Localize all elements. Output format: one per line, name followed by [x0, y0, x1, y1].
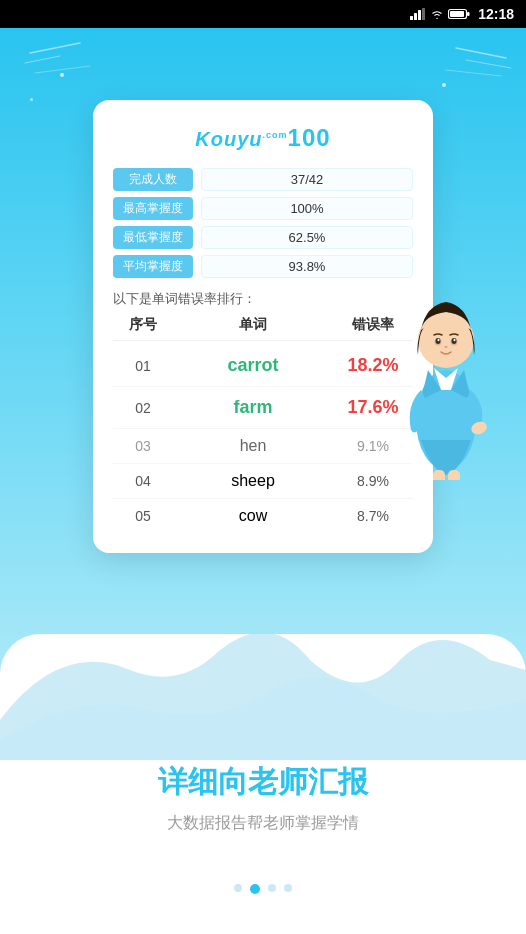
status-bar: 12:18: [0, 0, 526, 28]
stat-label-0: 完成人数: [113, 168, 193, 191]
svg-rect-23: [448, 470, 460, 480]
logo-area: Kouyu.com100: [113, 124, 413, 152]
stat-row-1: 最高掌握度 100%: [113, 197, 413, 220]
td-num-2: 03: [113, 438, 173, 454]
svg-rect-6: [467, 12, 470, 16]
svg-line-10: [456, 48, 506, 58]
stat-label-3: 平均掌握度: [113, 255, 193, 278]
brand-logo: Kouyu.com100: [195, 126, 330, 151]
stat-value-2: 62.5%: [201, 226, 413, 249]
th-number: 序号: [113, 316, 173, 334]
table-row-2: 03 hen 9.1%: [113, 429, 413, 464]
stat-row-0: 完成人数 37/42: [113, 168, 413, 191]
td-num-1: 02: [113, 400, 173, 416]
signal-icon: [410, 8, 426, 20]
dot-2[interactable]: [268, 884, 276, 892]
td-word-4: cow: [173, 507, 333, 525]
mountain-decoration: [0, 560, 526, 764]
dot-3[interactable]: [284, 884, 292, 892]
svg-point-19: [438, 339, 440, 341]
teacher-svg: [386, 260, 506, 480]
svg-rect-1: [414, 13, 417, 20]
stat-value-3: 93.8%: [201, 255, 413, 278]
table-row-0: 01 carrot 18.2%: [113, 345, 413, 387]
wifi-icon: [430, 8, 444, 20]
error-rank-title: 以下是单词错误率排行：: [113, 290, 413, 308]
deco-lines-right: [436, 38, 516, 98]
main-title: 详细向老师汇报: [0, 762, 526, 803]
brand-hundred: 100: [288, 124, 331, 151]
td-rate-4: 8.7%: [333, 508, 413, 524]
td-word-2: hen: [173, 437, 333, 455]
table-row-1: 02 farm 17.6%: [113, 387, 413, 429]
stat-row-3: 平均掌握度 93.8%: [113, 255, 413, 278]
svg-point-20: [454, 339, 456, 341]
table-row-3: 04 sheep 8.9%: [113, 464, 413, 499]
td-word-1: farm: [173, 397, 333, 418]
bottom-text-content: 详细向老师汇报 大数据报告帮老师掌握学情: [0, 762, 526, 854]
status-icons: 12:18: [410, 6, 514, 22]
td-word-3: sheep: [173, 472, 333, 490]
stat-label-1: 最高掌握度: [113, 197, 193, 220]
td-num-4: 05: [113, 508, 173, 524]
star-dot-2: [30, 98, 33, 101]
svg-rect-22: [433, 470, 445, 480]
stat-value-0: 37/42: [201, 168, 413, 191]
stat-label-2: 最低掌握度: [113, 226, 193, 249]
svg-point-14: [418, 312, 474, 368]
svg-line-8: [25, 56, 60, 63]
th-word: 单词: [173, 316, 333, 334]
stat-row-2: 最低掌握度 62.5%: [113, 226, 413, 249]
stat-value-1: 100%: [201, 197, 413, 220]
svg-rect-0: [410, 16, 413, 20]
table-header: 序号 单词 错误率: [113, 316, 413, 341]
deco-lines-left: [20, 38, 100, 98]
svg-line-12: [446, 70, 501, 76]
stats-section: 完成人数 37/42 最高掌握度 100% 最低掌握度 62.5% 平均掌握度 …: [113, 168, 413, 278]
svg-rect-2: [418, 10, 421, 20]
stats-card: Kouyu.com100 完成人数 37/42 最高掌握度 100% 最低掌握度…: [93, 100, 433, 553]
brand-name: Kouyu: [195, 128, 262, 150]
star-dot-1: [60, 73, 64, 77]
brand-year: .com: [263, 130, 288, 140]
sub-title: 大数据报告帮老师掌握学情: [0, 813, 526, 834]
pagination-dots: [0, 884, 526, 894]
svg-rect-3: [422, 8, 425, 20]
table-row-4: 05 cow 8.7%: [113, 499, 413, 533]
td-word-0: carrot: [173, 355, 333, 376]
svg-line-7: [30, 43, 80, 53]
svg-rect-5: [450, 11, 464, 17]
error-table: 序号 单词 错误率 01 carrot 18.2% 02 farm 17.6% …: [113, 316, 413, 533]
svg-line-11: [466, 60, 511, 68]
battery-icon: [448, 8, 470, 20]
teacher-character: [386, 260, 506, 460]
star-dot-3: [442, 83, 446, 87]
svg-line-9: [35, 66, 90, 73]
dot-1[interactable]: [250, 884, 260, 894]
td-num-0: 01: [113, 358, 173, 374]
td-num-3: 04: [113, 473, 173, 489]
time-display: 12:18: [478, 6, 514, 22]
dot-0[interactable]: [234, 884, 242, 892]
